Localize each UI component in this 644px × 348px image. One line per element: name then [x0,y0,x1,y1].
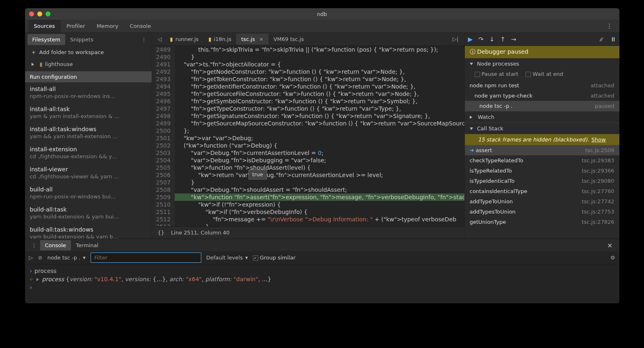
left-panel: Filesystem Snippets ⋮ + Add folder to wo… [25,33,152,239]
step-over-icon[interactable]: ↷ [478,36,484,43]
blackbox-text: 15 stack frames are hidden (blackboxed). [478,136,589,143]
window-close[interactable] [29,11,34,16]
context-selector[interactable]: node tsc -p . ▾ [47,255,85,261]
task-item[interactable]: build-allnpm-run-posix-or-windows bui… [25,183,152,203]
console-output[interactable]: ›process ‹·process {version: "v10.4.1", … [25,264,619,303]
drawer-kebab-menu[interactable]: ⋮ [28,241,40,250]
stack-frame[interactable]: addTypesToUniontsc.js:27753 [465,207,619,217]
wait-at-end-checkbox[interactable]: Wait at end [526,71,563,77]
stack-frame[interactable]: getUnionTypetsc.js:27826 [465,217,619,227]
current-frame-icon: ➔ [470,147,474,153]
close-tab-icon[interactable]: × [259,36,264,42]
add-folder-button[interactable]: + Add folder to workspace [25,46,152,59]
left-kebab-menu[interactable]: ⋮ [139,35,149,44]
process-item[interactable]: node tsc -p .paused [465,101,619,111]
section-label: Watch [478,114,494,120]
kebab-menu[interactable]: ⋮ [603,20,616,32]
task-item[interactable]: install-viewercd ./lighthouse-viewer && … [25,163,152,183]
task-cmd: cd ./lighthouse-viewer && yarn … [30,173,147,180]
stack-frame[interactable]: ➔asserttsc.js:2509 [465,145,619,155]
levels-label: Default levels [206,255,243,261]
cursor-position: Line 2511, Column 40 [171,230,230,236]
watch-header[interactable]: Watch [465,111,619,123]
task-cmd: cd ./lighthouse-extension && y… [30,153,147,159]
execution-context-icon[interactable]: ▷ [29,255,33,261]
node-processes-header[interactable]: Node processes [465,58,619,69]
step-out-icon[interactable]: ↑ [500,36,505,43]
subtab-filesystem[interactable]: Filesystem [27,34,66,45]
expand-object-icon[interactable] [36,278,41,281]
file-tab-label: i18n.js [214,36,232,42]
frame-location: tsc.js:29383 [582,157,614,164]
process-label: node npm run test [470,82,519,89]
task-cmd: yarn && yarn install-extension … [30,133,147,139]
pause-at-start-checkbox[interactable]: Pause at start [475,71,519,77]
checkbox-label: Group similar [260,255,296,261]
code-content[interactable]: this."fn">skipTrivia = "fn">skipTrivia |… [175,46,464,226]
section-label: Node processes [477,61,519,67]
task-cmd: npm-run-posix-or-windows bui… [30,193,147,200]
task-list: install-allnpm-run-posix-or-windows ins…… [25,82,152,239]
process-status: paused [595,103,614,109]
debugger-paused-banner: ⓘ Debugger paused [465,46,619,58]
show-frames-link[interactable]: Show [592,136,606,143]
clear-console-icon[interactable]: ⊘ [38,255,43,261]
plus-icon: + [32,49,36,55]
folder-tree-item[interactable]: ▮ lighthouse [25,59,152,70]
file-tab[interactable]: ▮runner.js [165,34,204,45]
close-drawer-icon[interactable]: × [604,240,616,251]
tab-console[interactable]: Console [124,20,157,32]
prompt-chevron-icon: › [30,284,32,291]
debug-value-tooltip: true [248,170,267,180]
task-item[interactable]: install-allnpm-run-posix-or-windows ins… [25,82,152,102]
task-item[interactable]: build-all:taskyarn build-extension & yar… [25,203,152,223]
blackbox-banner: 15 stack frames are hidden (blackboxed).… [465,134,619,145]
more-tabs-icon[interactable]: ▷| [449,34,462,44]
process-item[interactable]: node yarn type-checkattached [465,91,619,101]
file-tab[interactable]: ▮i18n.js [203,34,236,45]
run-config-header: Run configuration [25,71,152,82]
step-into-icon[interactable]: ↓ [489,36,495,43]
stack-frame[interactable]: isTypeIdenticalTotsc.js:29080 [465,176,619,186]
filter-input[interactable] [91,252,201,263]
deactivate-breakpoints-icon[interactable]: ⫽ [598,36,604,43]
chevron-right-icon [32,63,36,66]
task-item[interactable]: install-extensioncd ./lighthouse-extensi… [25,143,152,163]
resume-icon[interactable]: ▶ [468,36,473,43]
checkbox-label: Pause at start [482,71,519,77]
window-minimize[interactable] [37,11,42,16]
stack-frame[interactable]: addTypeToUniontsc.js:27742 [465,196,619,207]
tab-console[interactable]: Console [40,240,71,250]
tab-profiler[interactable]: Profiler [61,20,91,32]
window-maximize[interactable] [46,11,50,16]
console-settings-icon[interactable]: ⚙ [610,255,615,261]
nav-back-icon[interactable]: ◁ [155,34,165,44]
task-item[interactable]: build-all:task:windowsyarn build-extensi… [25,223,152,239]
file-tab[interactable]: VM69 tsc.js [269,34,309,45]
stack-frame[interactable]: checkTypeRelatedTotsc.js:29383 [465,155,619,166]
tab-memory[interactable]: Memory [91,20,124,32]
format-braces-icon[interactable]: {} [158,230,165,236]
task-cmd: yarn build-extension & yarn bui… [30,214,147,220]
group-similar-checkbox[interactable]: Group similar [253,255,296,261]
tab-terminal[interactable]: Terminal [71,240,103,250]
add-folder-label: Add folder to workspace [39,49,104,55]
step-icon[interactable]: → [511,36,517,43]
pause-on-exceptions-icon[interactable]: ⏸ [610,36,616,43]
stack-frame[interactable]: isTypeRelatedTotsc.js:29366 [465,166,619,176]
file-tab[interactable]: tsc.js× [236,34,268,45]
subtab-snippets[interactable]: Snippets [65,34,98,45]
tab-sources[interactable]: Sources [28,20,61,32]
stack-frame[interactable]: containsIdenticalTypetsc.js:27760 [465,186,619,196]
task-item[interactable]: install-all:taskyarn & yarn install-exte… [25,102,152,123]
chevron-down-icon [470,127,473,130]
folder-name: lighthouse [45,61,73,67]
process-item[interactable]: node npm run testattached [465,80,619,91]
log-levels-selector[interactable]: Default levels ▾ [206,255,248,261]
task-name: install-all [30,86,147,92]
process-label: node tsc -p . [480,103,513,109]
task-item[interactable]: install-all:task:windowsyarn && yarn ins… [25,123,152,143]
task-name: install-all:task:windows [30,126,147,132]
task-name: install-all:task [30,106,147,112]
call-stack-header[interactable]: Call Stack [465,123,619,134]
